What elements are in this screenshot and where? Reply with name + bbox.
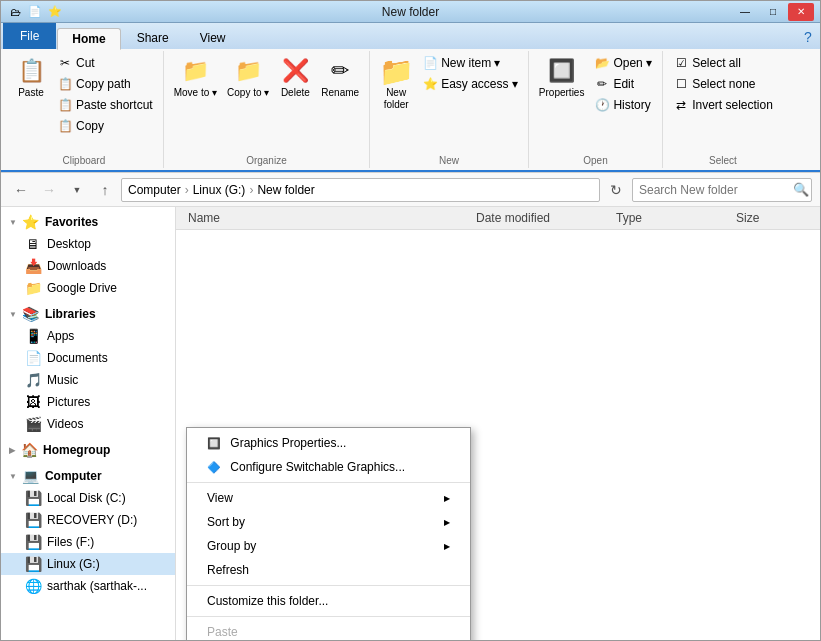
- sidebar-item-music[interactable]: 🎵 Music: [1, 369, 175, 391]
- minimize-button[interactable]: —: [732, 3, 758, 21]
- tab-share[interactable]: Share: [122, 27, 184, 49]
- sidebar-item-sarthak[interactable]: 🌐 sarthak (sarthak-...: [1, 575, 175, 597]
- invert-selection-button[interactable]: ⇄ Invert selection: [669, 95, 777, 115]
- sidebar-item-f-drive[interactable]: 💾 Files (F:): [1, 531, 175, 553]
- cut-button[interactable]: ✂ Cut: [53, 53, 157, 73]
- back-button[interactable]: ←: [9, 178, 33, 202]
- sidebar-header-favorites[interactable]: ▼ ⭐ Favorites: [1, 211, 175, 233]
- ctx-graphics-properties[interactable]: 🔲 Graphics Properties...: [187, 431, 470, 455]
- sidebar-item-google-drive[interactable]: 📁 Google Drive: [1, 277, 175, 299]
- file-items: [176, 230, 820, 238]
- favorites-label: Favorites: [45, 215, 98, 229]
- sidebar-item-documents[interactable]: 📄 Documents: [1, 347, 175, 369]
- ribbon: File Home Share View ? 📋 Paste ✂ Cut 📋: [1, 23, 820, 173]
- copy-button[interactable]: 📋 Copy: [53, 116, 157, 136]
- col-header-size[interactable]: Size: [732, 209, 812, 227]
- new-folder-icon: 📁: [380, 55, 412, 87]
- title-bar: 🗁 📄 ⭐ New folder — □ ✕: [1, 1, 820, 23]
- paste-shortcut-button[interactable]: 📋 Paste shortcut: [53, 95, 157, 115]
- paste-shortcut-icon: 📋: [57, 97, 73, 113]
- search-box[interactable]: 🔍: [632, 178, 812, 202]
- select-all-icon: ☑: [673, 55, 689, 71]
- clipboard-label: Clipboard: [5, 155, 163, 166]
- up-button[interactable]: ↑: [93, 178, 117, 202]
- ctx-group-by[interactable]: Group by ▶: [187, 534, 470, 558]
- ctx-paste[interactable]: Paste: [187, 620, 470, 641]
- select-none-label: Select none: [692, 77, 755, 91]
- ctx-customize[interactable]: Customize this folder...: [187, 589, 470, 613]
- invert-selection-icon: ⇄: [673, 97, 689, 113]
- select-none-button[interactable]: ☐ Select none: [669, 74, 777, 94]
- move-to-label: Move to ▾: [174, 87, 217, 99]
- new-item-button[interactable]: 📄 New item ▾: [418, 53, 522, 73]
- path-part-computer[interactable]: Computer: [128, 183, 181, 197]
- libraries-label: Libraries: [45, 307, 96, 321]
- sidebar-item-g-drive[interactable]: 💾 Linux (G:): [1, 553, 175, 575]
- ribbon-group-new: 📁 Newfolder 📄 New item ▾ ⭐ Easy access ▾…: [370, 51, 529, 168]
- tab-home[interactable]: Home: [57, 28, 120, 50]
- copy-to-label: Copy to ▾: [227, 87, 269, 99]
- path-part-folder[interactable]: New folder: [257, 183, 314, 197]
- window-controls: — □ ✕: [732, 3, 814, 21]
- configure-switchable-icon: 🔷: [207, 461, 227, 474]
- ctx-view-arrow: ▶: [444, 494, 450, 503]
- sidebar-item-pictures[interactable]: 🖼 Pictures: [1, 391, 175, 413]
- sidebar-item-videos[interactable]: 🎬 Videos: [1, 413, 175, 435]
- delete-button[interactable]: ❌ Delete: [275, 53, 315, 101]
- ctx-refresh[interactable]: Refresh: [187, 558, 470, 582]
- app-icon-1: 🗁: [7, 4, 23, 20]
- sidebar-item-downloads[interactable]: 📥 Downloads: [1, 255, 175, 277]
- sidebar-header-libraries[interactable]: ▼ 📚 Libraries: [1, 303, 175, 325]
- paste-button[interactable]: 📋 Paste: [11, 53, 51, 101]
- g-drive-label: Linux (G:): [47, 557, 100, 571]
- open-btn[interactable]: 📂 Open ▾: [590, 53, 656, 73]
- easy-access-button[interactable]: ⭐ Easy access ▾: [418, 74, 522, 94]
- col-header-name[interactable]: Name: [184, 209, 472, 227]
- new-item-icon: 📄: [422, 55, 438, 71]
- ctx-view[interactable]: View ▶: [187, 486, 470, 510]
- edit-button[interactable]: ✏ Edit: [590, 74, 656, 94]
- sidebar-item-d-drive[interactable]: 💾 RECOVERY (D:): [1, 509, 175, 531]
- tab-view[interactable]: View: [185, 27, 241, 49]
- address-path[interactable]: Computer › Linux (G:) › New folder: [121, 178, 600, 202]
- paste-shortcut-label: Paste shortcut: [76, 98, 153, 112]
- sidebar-item-desktop[interactable]: 🖥 Desktop: [1, 233, 175, 255]
- copy-to-button[interactable]: 📁 Copy to ▾: [223, 53, 273, 101]
- copy-path-button[interactable]: 📋 Copy path: [53, 74, 157, 94]
- organize-buttons: 📁 Move to ▾ 📁 Copy to ▾ ❌ Delete ✏ Renam…: [170, 53, 363, 166]
- col-header-date[interactable]: Date modified: [472, 209, 612, 227]
- ctx-sort-by[interactable]: Sort by ▶: [187, 510, 470, 534]
- recent-button[interactable]: ▼: [65, 178, 89, 202]
- sidebar-item-apps[interactable]: 📱 Apps: [1, 325, 175, 347]
- app-icon-2: 📄: [27, 4, 43, 20]
- help-button[interactable]: ?: [796, 25, 820, 49]
- sidebar-item-c-drive[interactable]: 💾 Local Disk (C:): [1, 487, 175, 509]
- delete-icon: ❌: [279, 55, 311, 87]
- libraries-icon: 📚: [23, 306, 39, 322]
- maximize-button[interactable]: □: [760, 3, 786, 21]
- move-to-button[interactable]: 📁 Move to ▾: [170, 53, 221, 101]
- ribbon-group-select: ☑ Select all ☐ Select none ⇄ Invert sele…: [663, 51, 783, 168]
- select-all-button[interactable]: ☑ Select all: [669, 53, 777, 73]
- sidebar-section-computer: ▼ 💻 Computer 💾 Local Disk (C:) 💾 RECOVER…: [1, 465, 175, 597]
- properties-label: Properties: [539, 87, 585, 99]
- path-part-drive[interactable]: Linux (G:): [193, 183, 246, 197]
- properties-button[interactable]: 🔲 Properties: [535, 53, 589, 101]
- ctx-configure-switchable[interactable]: 🔷 Configure Switchable Graphics...: [187, 455, 470, 479]
- forward-button[interactable]: →: [37, 178, 61, 202]
- new-folder-button[interactable]: 📁 Newfolder: [376, 53, 416, 113]
- sidebar-header-homegroup[interactable]: ▶ 🏠 Homegroup: [1, 439, 175, 461]
- rename-button[interactable]: ✏ Rename: [317, 53, 363, 101]
- history-button[interactable]: 🕐 History: [590, 95, 656, 115]
- ctx-group-label: Group by: [207, 539, 256, 553]
- search-input[interactable]: [639, 183, 789, 197]
- close-button[interactable]: ✕: [788, 3, 814, 21]
- col-header-type[interactable]: Type: [612, 209, 732, 227]
- open-label: Open ▾: [613, 56, 652, 70]
- refresh-button[interactable]: ↻: [604, 178, 628, 202]
- sidebar-header-computer[interactable]: ▼ 💻 Computer: [1, 465, 175, 487]
- videos-label: Videos: [47, 417, 83, 431]
- paste-icon: 📋: [15, 55, 47, 87]
- tab-file[interactable]: File: [3, 23, 56, 49]
- app-icon-3: ⭐: [47, 4, 63, 20]
